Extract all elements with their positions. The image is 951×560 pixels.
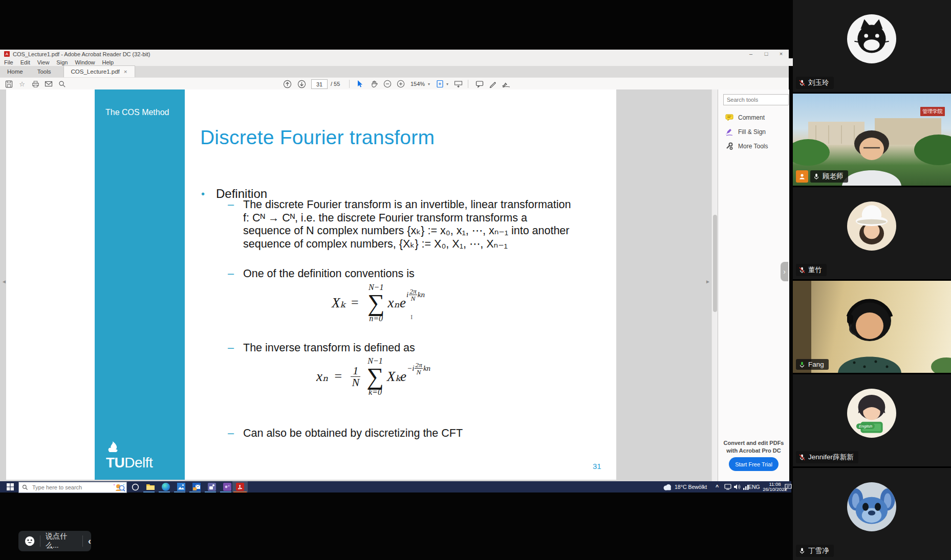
- menu-help[interactable]: Help: [102, 59, 114, 65]
- tab-home[interactable]: Home: [0, 66, 30, 77]
- file-explorer-icon[interactable]: [144, 482, 157, 491]
- edge-browser-icon[interactable]: [160, 482, 172, 491]
- search-tools-input[interactable]: [723, 94, 789, 105]
- save-icon[interactable]: [4, 79, 13, 88]
- acrobat-taskbar-active[interactable]: [232, 481, 248, 492]
- bullet-icon: •: [201, 189, 205, 199]
- avatar: [847, 14, 896, 63]
- star-icon[interactable]: ☆: [17, 79, 27, 88]
- exp-numerator: 2π: [415, 362, 423, 369]
- zoom-out-icon[interactable]: [383, 79, 392, 88]
- pencil-tool-icon[interactable]: [488, 79, 498, 88]
- exp-i: i: [406, 290, 408, 299]
- panel-item-fill-sign[interactable]: Fill & Sign: [725, 128, 766, 136]
- participant-tile[interactable]: 董竹: [793, 187, 951, 279]
- cortana-icon[interactable]: [129, 482, 141, 491]
- start-button[interactable]: [4, 482, 16, 491]
- start-free-trial-button[interactable]: Start Free Trial: [729, 457, 779, 471]
- mic-on-icon: [813, 173, 820, 180]
- running-app-indicator: [159, 491, 170, 492]
- participant-tile[interactable]: 丁雪净: [793, 468, 951, 560]
- dash-bullet: –: [228, 198, 238, 251]
- text-cursor: I: [410, 313, 413, 321]
- language-indicator[interactable]: ENG: [748, 484, 760, 490]
- comment-tool-icon[interactable]: [475, 79, 484, 88]
- fill-sign-icon: [725, 128, 733, 136]
- scroll-mode-icon[interactable]: [453, 79, 463, 88]
- emoji-icon[interactable]: [25, 535, 35, 547]
- photos-app-icon[interactable]: [175, 482, 187, 491]
- panel-item-comment[interactable]: Comment: [725, 114, 765, 121]
- page-number-input[interactable]: [311, 79, 328, 89]
- mic-muted-icon: [798, 79, 806, 86]
- tab-document-label: COS_Lecture1.pdf: [71, 66, 120, 77]
- participant-tile[interactable]: Fang: [793, 281, 951, 373]
- minimize-button[interactable]: –: [743, 50, 759, 58]
- point-text: The inverse transform is defined as: [243, 342, 415, 354]
- taskbar-search-input[interactable]: [31, 484, 105, 491]
- point-text: Can also be obtained by discretizing the…: [243, 427, 463, 440]
- participant-name: 刘玉玲: [808, 78, 829, 87]
- sign-tool-icon[interactable]: [502, 79, 511, 88]
- menu-view[interactable]: View: [37, 59, 50, 65]
- previous-page-button[interactable]: [283, 79, 292, 88]
- paragraph-convention: – One of the definition conventions is: [228, 267, 415, 280]
- email-icon[interactable]: [44, 79, 53, 88]
- hand-tool-icon[interactable]: [370, 79, 379, 88]
- mic-on-icon: [798, 547, 806, 554]
- scrollbar-thumb[interactable]: [713, 215, 717, 312]
- prev-page-arrow[interactable]: ◄: [2, 279, 7, 284]
- formula-lhs: xₙ: [316, 368, 329, 385]
- search-icon[interactable]: [57, 79, 67, 88]
- menu-sign[interactable]: Sign: [56, 59, 68, 65]
- taskbar-search-box[interactable]: [18, 482, 127, 493]
- stitch-avatar-icon: [847, 482, 896, 531]
- fit-page-icon[interactable]: [435, 79, 444, 88]
- zoom-caret-icon[interactable]: ▾: [428, 82, 430, 86]
- menu-window[interactable]: Window: [75, 59, 95, 65]
- tab-close-icon[interactable]: ×: [124, 66, 127, 77]
- panel-collapse-handle[interactable]: ›: [781, 262, 788, 281]
- tab-tools[interactable]: Tools: [30, 66, 58, 77]
- summation: N−1 ∑ n=0: [368, 283, 385, 323]
- formula-body: xₙe: [387, 295, 406, 311]
- equals-sign: =: [334, 369, 343, 384]
- panel-item-more-tools[interactable]: More Tools: [725, 142, 768, 150]
- chat-placeholder[interactable]: 说点什么...: [46, 532, 77, 550]
- paragraph-cft: – Can also be obtained by discretizing t…: [228, 427, 463, 440]
- teams-icon[interactable]: [206, 482, 218, 491]
- title-bar[interactable]: A COS_Lecture1.pdf - Adobe Acrobat Reade…: [0, 50, 789, 58]
- logo-tu: TU: [106, 455, 124, 471]
- main-toolbar: ☆ / 55: [0, 77, 789, 91]
- tray-expand-icon[interactable]: ^: [716, 484, 719, 490]
- outlook-icon[interactable]: [190, 482, 203, 491]
- fit-caret-icon[interactable]: ▾: [446, 82, 448, 86]
- restore-button[interactable]: □: [759, 50, 774, 58]
- print-icon[interactable]: [31, 79, 40, 88]
- sum-lower-limit: n=0: [369, 314, 383, 323]
- equals-sign: =: [350, 295, 359, 310]
- menu-file[interactable]: File: [4, 59, 13, 65]
- chat-quick-bar[interactable]: 说点什么... ‹: [18, 531, 91, 551]
- weather-label[interactable]: 18°C Bewölkt: [675, 484, 707, 490]
- select-tool-icon[interactable]: [355, 79, 364, 88]
- participant-tile[interactable]: 管理学院 顾老师: [793, 94, 951, 186]
- zoom-in-icon[interactable]: [396, 79, 405, 88]
- participant-tile[interactable]: English Jennifer薛新新: [793, 374, 951, 466]
- acrobat-taskbar-icon[interactable]: [234, 482, 246, 491]
- exponent: −i 2πN kn: [407, 362, 430, 375]
- chat-collapse-icon[interactable]: ‹: [88, 536, 91, 547]
- purple-app-icon[interactable]: [221, 482, 233, 491]
- book-label: English: [856, 423, 875, 429]
- participants-panel: 刘玉玲 管理学院: [793, 0, 951, 560]
- next-page-arrow[interactable]: ►: [705, 279, 710, 284]
- exp-i: −i: [407, 364, 414, 373]
- name-badge: 董竹: [796, 264, 827, 276]
- zoom-level-label[interactable]: 154%: [410, 81, 425, 87]
- participant-tile[interactable]: 刘玉玲: [793, 0, 951, 92]
- next-page-button[interactable]: [297, 79, 306, 88]
- panel-item-label: Comment: [738, 114, 765, 121]
- tab-document[interactable]: COS_Lecture1.pdf ×: [63, 65, 135, 77]
- close-button[interactable]: ×: [773, 50, 789, 58]
- menu-edit[interactable]: Edit: [20, 59, 30, 65]
